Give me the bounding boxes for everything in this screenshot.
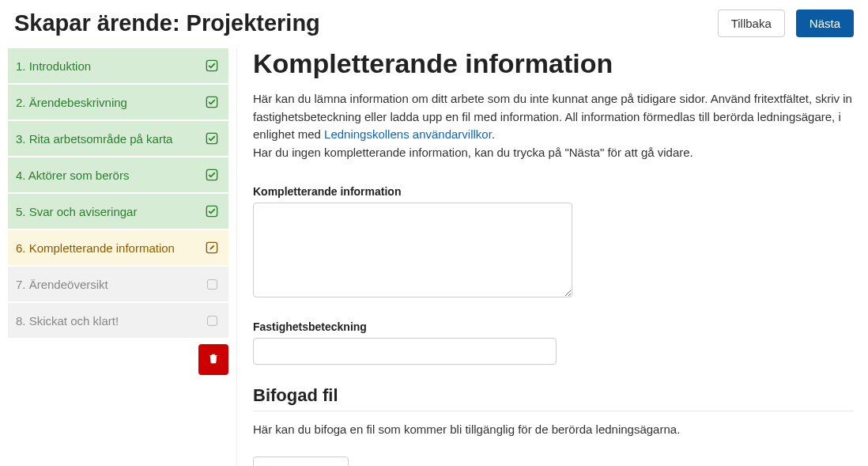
check-icon: [205, 95, 219, 109]
intro-text: Här kan du lämna information om ditt arb…: [253, 90, 854, 161]
sidebar-step-label: 2. Ärendebeskrivning: [16, 96, 127, 109]
info-textarea[interactable]: [253, 203, 572, 297]
pencil-icon: [205, 241, 219, 255]
upload-button[interactable]: Ladda upp: [253, 457, 349, 466]
sidebar-step-label: 4. Aktörer som berörs: [16, 169, 129, 182]
sidebar-step-label: 6. Kompletterande information: [16, 241, 175, 255]
check-icon: [205, 59, 219, 73]
delete-button[interactable]: [198, 344, 228, 375]
square-icon: [205, 313, 219, 328]
sidebar-step-kompletterande[interactable]: 6. Kompletterande information: [8, 230, 228, 265]
sidebar-step-label: 5. Svar och aviseringar: [16, 205, 137, 218]
check-icon: [205, 204, 219, 218]
step-list: 1. Introduktion 2. Ärendebeskrivning 3. …: [8, 48, 228, 338]
fastighet-label: Fastighetsbeteckning: [253, 320, 854, 333]
fastighet-input[interactable]: [253, 338, 557, 365]
sidebar-step-svar-aviseringar[interactable]: 5. Svar och aviseringar: [8, 194, 228, 229]
main-heading: Kompletterande information: [253, 48, 854, 79]
sidebar-step-arendebeskrivning[interactable]: 2. Ärendebeskrivning: [8, 85, 228, 119]
sidebar-step-aktorer[interactable]: 4. Aktörer som berörs: [8, 157, 228, 192]
sidebar-step-label: 7. Ärendeöversikt: [16, 278, 108, 291]
sidebar-step-arendeoversikt[interactable]: 7. Ärendeöversikt: [8, 267, 228, 301]
sidebar-step-rita-arbetsomrade[interactable]: 3. Rita arbetsområde på karta: [8, 121, 228, 156]
square-icon: [205, 277, 219, 291]
divider: [253, 411, 854, 411]
attached-file-desc: Här kan du bifoga en fil som kommer bli …: [253, 422, 854, 436]
sidebar-step-label: 1. Introduktion: [16, 59, 91, 73]
next-button[interactable]: Nästa: [796, 9, 854, 37]
check-icon: [205, 131, 219, 146]
trash-icon: [208, 352, 219, 367]
terms-link[interactable]: Ledningskollens användarvillkor: [324, 127, 492, 141]
info-label: Kompletterande information: [253, 185, 854, 198]
check-icon: [205, 168, 219, 182]
sidebar-step-introduktion[interactable]: 1. Introduktion: [8, 48, 228, 83]
page-title: Skapar ärende: Projektering: [14, 10, 320, 36]
attached-file-title: Bifogad fil: [253, 385, 854, 406]
sidebar-step-label: 8. Skickat och klart!: [16, 314, 119, 328]
back-button[interactable]: Tillbaka: [718, 9, 785, 37]
sidebar-step-label: 3. Rita arbetsområde på karta: [16, 132, 172, 146]
sidebar-step-skickat[interactable]: 8. Skickat och klart!: [8, 303, 228, 338]
